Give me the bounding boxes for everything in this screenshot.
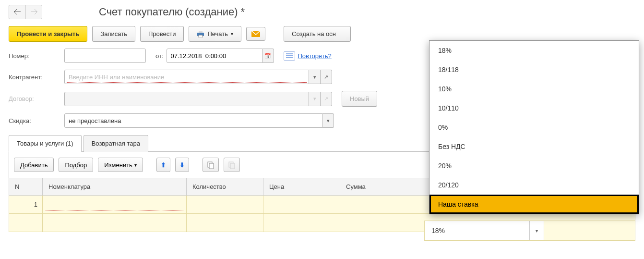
date-input[interactable] — [167, 49, 262, 63]
svg-rect-2 — [199, 35, 203, 37]
contract-open-icon: ↗ — [321, 92, 332, 106]
arrow-up-icon: ⬆ — [161, 161, 166, 169]
copy-button[interactable] — [203, 158, 219, 172]
vat-option[interactable]: 18/118 — [429, 60, 639, 79]
vat-option[interactable]: 18% — [429, 41, 639, 60]
print-label: Печать — [207, 30, 228, 37]
paste-icon — [228, 161, 236, 169]
post-and-close-button[interactable]: Провести и закрыть — [9, 26, 87, 42]
number-label: Номер: — [9, 52, 61, 60]
arrow-down-icon: ⬇ — [179, 161, 185, 169]
vat-option[interactable]: 10/110 — [429, 99, 639, 118]
number-input[interactable] — [64, 49, 146, 63]
add-row-button[interactable]: Добавить — [14, 158, 54, 172]
discount-label: Скидка: — [9, 117, 61, 124]
svg-rect-10 — [230, 163, 235, 169]
contract-input — [64, 92, 309, 106]
vat-option[interactable]: 20% — [429, 156, 639, 175]
svg-rect-1 — [199, 31, 203, 33]
calendar-icon[interactable]: 📅 — [262, 49, 274, 63]
chevron-down-icon: ▾ — [134, 162, 137, 168]
contractor-input[interactable]: Введите ИНН или наименование — [69, 74, 164, 81]
create-based-on-button[interactable]: Создать на осн — [284, 26, 351, 42]
vat-cell: 18% ▾ — [424, 221, 635, 232]
contractor-label: Контрагент: — [9, 74, 61, 81]
nav-back-forward: 🡠 🡢 — [9, 5, 42, 19]
nav-forward-button[interactable]: 🡢 — [25, 5, 42, 19]
envelope-icon — [251, 31, 260, 37]
discount-input[interactable]: не предоставлена — [69, 117, 121, 124]
cell-price[interactable] — [263, 196, 340, 214]
cell-qty[interactable] — [187, 196, 263, 214]
contractor-dropdown-icon[interactable]: ▾ — [309, 70, 321, 84]
cell-nomenclature[interactable] — [43, 196, 187, 214]
paste-button[interactable] — [224, 158, 240, 172]
print-button[interactable]: Печать ▾ — [189, 26, 241, 42]
col-n: N — [9, 178, 43, 196]
vat-option[interactable]: 10% — [429, 79, 639, 99]
move-up-button[interactable]: ⬆ — [156, 158, 170, 172]
from-label: от: — [155, 52, 164, 60]
post-button[interactable]: Провести — [140, 26, 184, 42]
vat-option[interactable]: Наша ставка — [429, 195, 639, 214]
col-qty: Количество — [187, 178, 263, 196]
col-nomenclature: Номенклатура — [43, 178, 187, 196]
pick-button[interactable]: Подбор — [59, 158, 93, 172]
chevron-down-icon: ▾ — [231, 31, 233, 37]
move-down-button[interactable]: ⬇ — [175, 158, 189, 172]
list-icon[interactable] — [284, 51, 295, 61]
cell-n[interactable]: 1 — [9, 196, 43, 214]
vat-rate-dropdown: 18%18/11810%10/1100%Без НДС20%20/120Наша… — [429, 40, 639, 214]
page-title: Счет покупателю (создание) * — [99, 6, 245, 18]
edit-button[interactable]: Изменить ▾ — [98, 158, 143, 172]
edit-label: Изменить — [104, 161, 132, 169]
vat-dropdown-trigger[interactable]: ▾ — [529, 221, 544, 232]
new-contract-button[interactable]: Новый — [342, 91, 377, 107]
vat-option[interactable]: Без НДС — [429, 137, 639, 156]
nav-back-button[interactable]: 🡠 — [9, 5, 25, 19]
contract-dropdown-icon: ▾ — [309, 92, 321, 106]
vat-option[interactable]: 20/120 — [429, 175, 639, 195]
vat-value[interactable]: 18% — [425, 221, 529, 232]
printer-icon — [197, 31, 204, 37]
email-button[interactable] — [246, 27, 265, 41]
repeat-link[interactable]: Повторять? — [298, 52, 332, 60]
copy-icon — [207, 161, 215, 169]
col-price: Цена — [263, 178, 340, 196]
tab-goods[interactable]: Товары и услуги (1) — [9, 135, 82, 152]
write-button[interactable]: Записать — [92, 26, 135, 42]
contract-label: Договор: — [9, 95, 61, 102]
tab-tare[interactable]: Возвратная тара — [83, 135, 148, 152]
vat-option[interactable]: 0% — [429, 118, 639, 137]
discount-dropdown-icon[interactable]: ▾ — [322, 113, 334, 128]
contractor-open-icon[interactable]: ↗ — [321, 70, 332, 84]
svg-rect-8 — [209, 163, 214, 169]
